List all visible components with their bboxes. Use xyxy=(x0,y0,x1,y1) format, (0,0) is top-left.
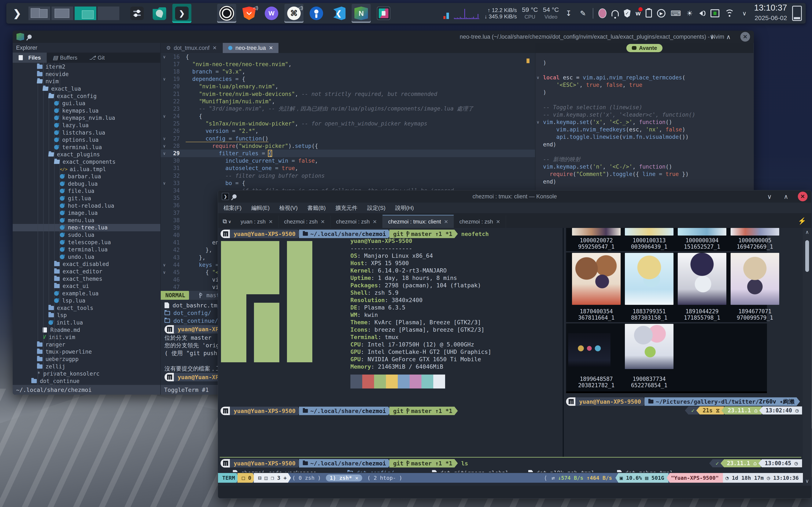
tree-item[interactable]: exact_plugins xyxy=(13,151,160,158)
virt-manager-icon[interactable] xyxy=(711,9,719,17)
keyboard-icon[interactable]: ⌨ xyxy=(670,9,680,17)
tree-item[interactable]: lsp.lua xyxy=(13,297,160,304)
close-tab-icon[interactable]: ✕ xyxy=(269,45,273,51)
tree-item[interactable]: keymaps_nvim.lua xyxy=(13,114,160,122)
download-icon[interactable]: ↧ xyxy=(564,9,573,17)
fold-icon[interactable]: ∨ xyxy=(161,262,168,268)
konsole-titlebar[interactable]: ❯ chezmoi : tmux: client — Konsole ∨ ∧ ✕ xyxy=(218,190,811,203)
digital-clock[interactable]: 13:10:372025-06-02 xyxy=(754,3,787,23)
gallery-thumbnail[interactable] xyxy=(678,253,726,305)
task-konsole[interactable]: ❯ xyxy=(172,4,191,23)
tree-item[interactable]: barbar.lua xyxy=(13,173,160,180)
tree-item[interactable]: dot_continue xyxy=(13,378,160,385)
buffer-tab[interactable]: neo-tree.lua✕ xyxy=(223,43,279,53)
task-neovim[interactable]: N xyxy=(352,4,371,23)
sidebar-tab-buffers[interactable]: ▤Buffers xyxy=(47,53,83,63)
task-brave[interactable]: ◁) xyxy=(240,4,259,23)
scroll-down-icon[interactable]: ∨ xyxy=(805,478,809,484)
tree-item[interactable]: ueberzugpp xyxy=(13,355,160,363)
tree-item[interactable]: git.lua xyxy=(13,195,160,202)
tree-item[interactable]: file.lua xyxy=(13,187,160,195)
ls-file[interactable]: dot_p10k.zsh.tmpl xyxy=(528,469,595,472)
cpu-temp-widget[interactable]: 59 °CCPU xyxy=(522,6,538,20)
task-messenger[interactable]: W xyxy=(262,4,281,23)
menu-item[interactable]: 檢視(V) xyxy=(280,204,298,212)
tree-item[interactable]: lsp xyxy=(13,312,160,319)
cpu-graph-widget[interactable] xyxy=(444,8,449,19)
tmux-window[interactable]: ( 0 zsh ) xyxy=(289,475,324,481)
tree-item[interactable]: menu.lua xyxy=(13,217,160,224)
tree-item[interactable]: undo.lua xyxy=(13,253,160,261)
virtual-desktop-pager[interactable] xyxy=(28,6,119,20)
maximize-icon[interactable]: ∧ xyxy=(781,193,791,200)
fold-icon[interactable]: ∨ xyxy=(161,151,168,156)
tree-item[interactable]: exact_config xyxy=(13,92,160,100)
fold-icon[interactable]: ∨ xyxy=(161,76,168,81)
tree-item[interactable]: options.lua xyxy=(13,136,160,144)
scroll-thumb[interactable] xyxy=(805,240,809,272)
gallery-thumbnail[interactable] xyxy=(678,228,726,235)
color-picker-icon[interactable]: ✎ xyxy=(578,9,588,17)
maximize-icon[interactable]: ∧ xyxy=(724,33,733,41)
terminal-tab[interactable]: yuan : zsh✕ xyxy=(235,216,279,228)
brightness-icon[interactable]: ☀ xyxy=(685,9,694,17)
task-dolphin[interactable] xyxy=(150,4,169,23)
fold-icon[interactable]: ∨ xyxy=(161,181,168,186)
close-icon[interactable]: ✕ xyxy=(798,191,808,201)
fold-icon[interactable]: ∨ xyxy=(161,114,168,119)
fold-icon[interactable]: ∨ xyxy=(537,120,543,125)
menu-item[interactable]: 檔案(F) xyxy=(223,204,242,212)
ls-file[interactable]: dot_gitignore_global xyxy=(432,469,509,472)
minimize-icon[interactable]: ∨ xyxy=(707,33,717,41)
task-spectacle[interactable] xyxy=(374,4,393,23)
quick-commands-icon[interactable]: ⚡ xyxy=(798,217,811,228)
virtual-desktop-1[interactable] xyxy=(28,6,50,20)
tree-item[interactable]: init.lua xyxy=(13,319,160,326)
tree-item[interactable]: gui.lua xyxy=(13,100,160,107)
tree-item[interactable]: zellij xyxy=(13,363,160,370)
task-1password[interactable] xyxy=(307,4,326,23)
gallery-thumbnail[interactable] xyxy=(730,253,779,305)
tmux-status-bar[interactable]: TERM□ 0⊟ ◫ ❐ 3 +( 0 zsh )1) zsh* ✕( 2 ht… xyxy=(218,473,803,483)
close-tab-icon[interactable]: ✕ xyxy=(212,45,217,51)
network-speed-widget[interactable]: ↑ 12.2 KiB/s↓ 345.9 KiB/s xyxy=(485,7,517,20)
tree-item[interactable]: neovide xyxy=(13,70,160,78)
virtual-desktop-2[interactable] xyxy=(51,6,73,20)
tree-item[interactable]: </>ai.lua.tmpl xyxy=(13,165,160,173)
volume-icon[interactable] xyxy=(699,11,705,16)
tree-item[interactable]: *private_konsolerc xyxy=(13,370,160,378)
tree-item[interactable]: exact_disabled xyxy=(13,261,160,268)
split-view-button[interactable]: ⧉ ∨ xyxy=(218,218,235,228)
task-obs[interactable] xyxy=(217,4,236,23)
activity-badge-icon[interactable]: ᴡ xyxy=(636,10,641,17)
tree-item[interactable]: Vinit.vim xyxy=(13,334,160,341)
scrollbar[interactable]: ∧ ∨ xyxy=(803,228,811,486)
fold-icon[interactable]: ∨ xyxy=(161,270,168,275)
gallery-thumbnail[interactable] xyxy=(572,253,621,305)
notifications-icon[interactable] xyxy=(612,10,619,16)
color-swatch-icon[interactable] xyxy=(598,8,606,18)
tree-item[interactable]: ranger xyxy=(13,341,160,348)
task-settings[interactable] xyxy=(128,4,147,23)
close-icon[interactable]: ✕ xyxy=(740,32,750,42)
tree-item[interactable]: exact_tools xyxy=(13,304,160,312)
buffer-tab[interactable]: ⚙dot_tmux.conf✕ xyxy=(161,43,223,53)
tree-item[interactable]: exact_components xyxy=(13,158,160,166)
minimize-icon[interactable]: ∨ xyxy=(765,193,774,200)
close-tab-icon[interactable]: ✕ xyxy=(268,219,273,225)
tree-item[interactable]: tmux-powerline xyxy=(13,348,160,355)
menu-item[interactable]: 編輯(E) xyxy=(251,204,270,212)
tree-item[interactable]: neo-tree.lua xyxy=(13,224,160,231)
close-tab-icon[interactable]: ✕ xyxy=(496,219,500,225)
tree-item[interactable]: debug.lua xyxy=(13,180,160,187)
tree-item[interactable]: iterm2 xyxy=(13,63,160,70)
sidebar-tab-files[interactable]: Files xyxy=(13,53,47,63)
ls-file[interactable]: dot_config/ xyxy=(347,469,394,472)
sidebar-tab-git[interactable]: ⎇Git xyxy=(83,53,111,63)
ls-file[interactable]: dot_zshrc.tmpl xyxy=(617,469,673,472)
show-desktop-widget[interactable] xyxy=(792,6,802,21)
close-tab-icon[interactable]: ✕ xyxy=(444,219,448,225)
terminal-tab[interactable]: chezmoi : zsh✕ xyxy=(331,216,383,228)
ls-file[interactable]: chezmoi.code-workspace xyxy=(233,469,316,472)
tmux-window-active[interactable]: 1) zsh* ✕ xyxy=(326,474,362,482)
